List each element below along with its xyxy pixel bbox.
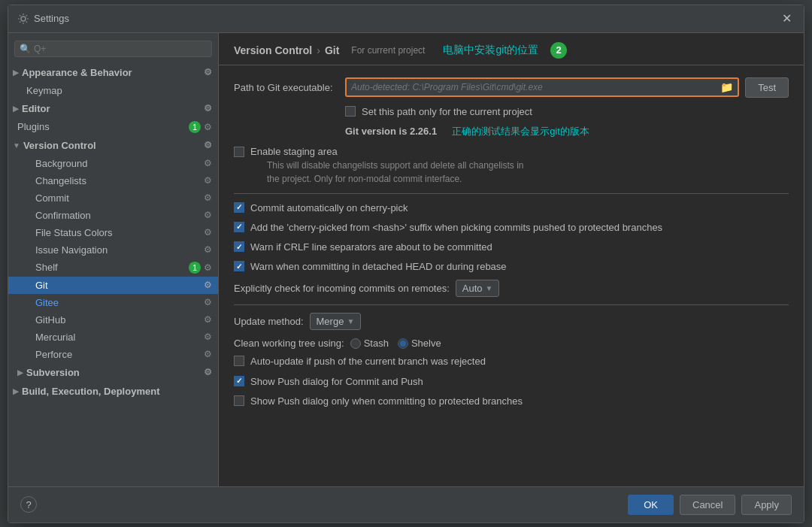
footer: ? OK Cancel Apply bbox=[8, 486, 804, 522]
stash-radio[interactable] bbox=[350, 338, 361, 349]
shelf-badge: 1 bbox=[189, 262, 201, 274]
check-icon: ✓ bbox=[236, 223, 242, 231]
gear-icon: ⚙ bbox=[204, 192, 212, 203]
annotation-chinese-1: 电脑中安装git的位置 bbox=[443, 44, 538, 57]
annotation-chinese-2: 正确的测试结果会显示git的版本 bbox=[452, 125, 589, 138]
sidebar-item-plugins[interactable]: Plugins 1 ⚙ bbox=[8, 118, 218, 136]
gear-icon: ⚙ bbox=[204, 103, 212, 114]
dropdown-arrow-icon: ▼ bbox=[486, 284, 493, 292]
shelve-option[interactable]: Shelve bbox=[398, 338, 441, 349]
sidebar-item-label: Gitee bbox=[35, 297, 59, 308]
auto-update-checkbox[interactable] bbox=[234, 356, 244, 366]
sidebar-item-build[interactable]: ▶ Build, Execution, Deployment bbox=[8, 382, 218, 401]
test-button[interactable]: Test bbox=[745, 77, 789, 98]
breadcrumb: Version Control › Git bbox=[234, 44, 339, 56]
sidebar-item-subversion[interactable]: ▶ Subversion ⚙ bbox=[8, 363, 218, 382]
sidebar-item-git[interactable]: Git ⚙ bbox=[8, 277, 218, 294]
divider-2 bbox=[234, 304, 789, 305]
sidebar-item-gitee[interactable]: Gitee ⚙ bbox=[8, 294, 218, 311]
gear-icon: ⚙ bbox=[204, 227, 212, 238]
sidebar-item-commit[interactable]: Commit ⚙ bbox=[8, 189, 218, 207]
show-push-protected-checkbox[interactable] bbox=[234, 395, 244, 406]
sidebar-item-changelists[interactable]: Changelists ⚙ bbox=[8, 172, 218, 189]
search-input[interactable] bbox=[34, 44, 207, 54]
staging-checkbox[interactable] bbox=[234, 147, 244, 157]
shelve-label: Shelve bbox=[411, 338, 441, 349]
cherry-pick-row: ✓ Commit automatically on cherry-pick bbox=[234, 201, 789, 215]
check-icon: ✓ bbox=[236, 203, 242, 211]
show-push-row: ✓ Show Push dialog for Commit and Push bbox=[234, 375, 789, 389]
sidebar-item-perforce[interactable]: Perforce ⚙ bbox=[8, 346, 218, 363]
sidebar-item-label: Keymap bbox=[26, 85, 62, 96]
crlf-row: ✓ Warn if CRLF line separators are about… bbox=[234, 241, 789, 254]
set-path-label: Set this path only for the current proje… bbox=[362, 105, 532, 119]
sidebar-item-label: Shelf bbox=[35, 262, 58, 273]
sidebar-item-version-control[interactable]: ▼ Version Control ⚙ bbox=[8, 136, 218, 155]
stash-option[interactable]: Stash bbox=[350, 338, 389, 349]
breadcrumb-current: Git bbox=[325, 44, 339, 56]
show-push-checkbox[interactable]: ✓ bbox=[234, 376, 244, 386]
sidebar-item-shelf[interactable]: Shelf 1 ⚙ bbox=[8, 259, 218, 277]
sidebar-item-file-status-colors[interactable]: File Status Colors ⚙ bbox=[8, 224, 218, 241]
sidebar-item-keymap[interactable]: Keymap bbox=[8, 82, 218, 99]
clean-radio-group: Stash Shelve bbox=[350, 338, 441, 349]
cancel-button[interactable]: Cancel bbox=[680, 495, 735, 515]
search-icon: 🔍 bbox=[20, 44, 31, 54]
sidebar-group-label: Editor bbox=[22, 103, 50, 114]
sidebar-item-label: Commit bbox=[35, 192, 69, 204]
update-select[interactable]: Merge ▼ bbox=[310, 313, 362, 330]
set-path-checkbox[interactable] bbox=[345, 106, 356, 117]
path-input-wrapper[interactable]: 📁 bbox=[345, 77, 739, 97]
clean-label: Clean working tree using: bbox=[234, 338, 344, 349]
cherry-pick-suffix-checkbox[interactable]: ✓ bbox=[234, 222, 244, 232]
sidebar-item-label: Mercurial bbox=[35, 332, 75, 343]
sidebar-item-github[interactable]: GitHub ⚙ bbox=[8, 311, 218, 329]
sidebar-item-label: Plugins bbox=[17, 121, 50, 132]
radio-dot bbox=[400, 341, 406, 347]
settings-dialog: Settings ✕ 🔍 ▶ Appearance & Behavior ⚙ K… bbox=[8, 5, 804, 523]
sidebar-item-label: Confirmation bbox=[35, 210, 91, 221]
staging-content: Enable staging area This will disable ch… bbox=[250, 146, 524, 186]
incoming-row: Explicitly check for incoming commits on… bbox=[234, 280, 789, 297]
path-input[interactable] bbox=[351, 82, 717, 92]
shelve-radio[interactable] bbox=[398, 338, 408, 349]
crlf-checkbox[interactable]: ✓ bbox=[234, 241, 244, 252]
gear-icon: ⚙ bbox=[204, 122, 212, 132]
path-row: Path to Git executable: 📁 Test bbox=[234, 77, 789, 98]
ok-button[interactable]: OK bbox=[628, 495, 674, 515]
incoming-select[interactable]: Auto ▼ bbox=[456, 280, 500, 297]
cherry-pick-checkbox[interactable]: ✓ bbox=[234, 202, 244, 213]
chevron-right-icon: ▶ bbox=[13, 104, 19, 113]
clean-row: Clean working tree using: Stash Shelve bbox=[234, 338, 789, 349]
show-push-label: Show Push dialog for Commit and Push bbox=[250, 375, 423, 389]
gear-icon: ⚙ bbox=[204, 297, 212, 307]
check-icon: ✓ bbox=[236, 377, 242, 385]
close-button[interactable]: ✕ bbox=[779, 11, 795, 26]
sidebar-group-label: Version Control bbox=[23, 140, 96, 151]
sidebar-item-background[interactable]: Background ⚙ bbox=[8, 155, 218, 172]
sidebar-item-mercurial[interactable]: Mercurial ⚙ bbox=[8, 329, 218, 346]
staging-desc: This will disable changelists support an… bbox=[250, 159, 524, 186]
stash-label: Stash bbox=[364, 338, 389, 349]
detached-checkbox[interactable]: ✓ bbox=[234, 261, 244, 271]
cherry-pick-suffix-row: ✓ Add the 'cherry-picked from <hash>' su… bbox=[234, 221, 789, 235]
sidebar-item-issue-navigation[interactable]: Issue Navigation ⚙ bbox=[8, 241, 218, 259]
gear-icon: ⚙ bbox=[204, 332, 212, 342]
sidebar-item-label: Perforce bbox=[35, 349, 72, 360]
check-icon: ✓ bbox=[236, 262, 242, 271]
content-body: Path to Git executable: 📁 Test Set this … bbox=[219, 65, 804, 486]
folder-icon[interactable]: 📁 bbox=[720, 81, 733, 93]
content-panel: Version Control › Git For current projec… bbox=[219, 33, 804, 486]
show-push-protected-label: Show Push dialog only when committing to… bbox=[250, 395, 523, 408]
sidebar-item-editor[interactable]: ▶ Editor ⚙ bbox=[8, 99, 218, 118]
incoming-label: Explicitly check for incoming commits on… bbox=[234, 283, 450, 294]
sidebar-item-confirmation[interactable]: Confirmation ⚙ bbox=[8, 207, 218, 224]
help-button[interactable]: ? bbox=[20, 496, 37, 513]
apply-button[interactable]: Apply bbox=[741, 495, 792, 515]
search-box[interactable]: 🔍 bbox=[14, 41, 212, 57]
item-right: 1 ⚙ bbox=[189, 262, 212, 274]
plugins-badge: 1 bbox=[189, 121, 201, 133]
auto-update-row: Auto-update if push of the current branc… bbox=[234, 355, 789, 368]
sidebar-item-appearance[interactable]: ▶ Appearance & Behavior ⚙ bbox=[8, 63, 218, 82]
gear-icon: ⚙ bbox=[204, 140, 212, 150]
